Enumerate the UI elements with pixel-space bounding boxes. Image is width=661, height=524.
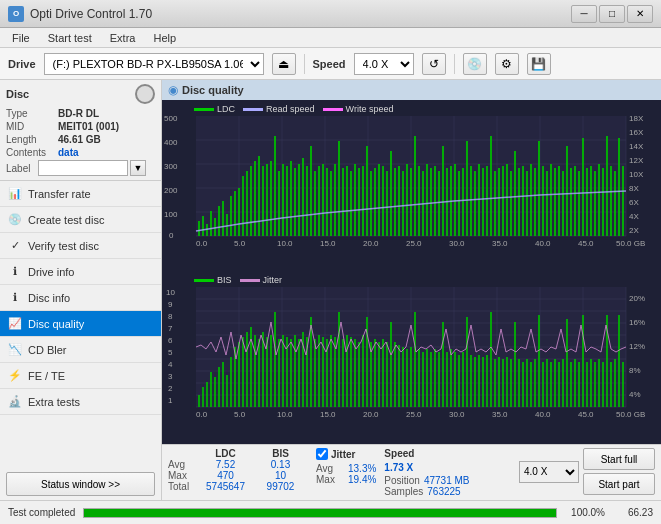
svg-rect-278 bbox=[622, 362, 624, 407]
svg-text:5.0: 5.0 bbox=[234, 410, 246, 417]
svg-rect-40 bbox=[290, 161, 292, 236]
svg-rect-36 bbox=[274, 136, 276, 236]
speed-section: Speed 1.73 X Position 47731 MB Samples 7… bbox=[384, 448, 469, 497]
disc-label-input[interactable] bbox=[38, 160, 128, 176]
svg-text:6: 6 bbox=[168, 336, 173, 345]
total-ldc: 5745647 bbox=[198, 481, 253, 492]
svg-rect-115 bbox=[590, 166, 592, 236]
svg-rect-82 bbox=[458, 171, 460, 236]
sidebar-item-drive-info[interactable]: ℹ Drive info bbox=[0, 259, 161, 285]
drive-info-icon: ℹ bbox=[8, 265, 22, 279]
svg-rect-245 bbox=[490, 312, 492, 407]
refresh-button[interactable]: ↺ bbox=[422, 53, 446, 75]
sidebar-item-cd-bler[interactable]: 📉 CD Bler bbox=[0, 337, 161, 363]
legend-jitter-color bbox=[240, 279, 260, 282]
sidebar-item-create-test-disc[interactable]: 💿 Create test disc bbox=[0, 207, 161, 233]
svg-text:5: 5 bbox=[168, 348, 173, 357]
maximize-button[interactable]: □ bbox=[599, 5, 625, 23]
stats-avg-row: Avg 7.52 0.13 bbox=[168, 459, 308, 470]
svg-rect-75 bbox=[430, 168, 432, 236]
total-label: Total bbox=[168, 481, 198, 492]
svg-text:10.0: 10.0 bbox=[277, 410, 293, 417]
sidebar-item-transfer-rate[interactable]: 📊 Transfer rate bbox=[0, 181, 161, 207]
svg-rect-208 bbox=[342, 339, 344, 407]
sidebar-item-extra-tests[interactable]: 🔬 Extra tests bbox=[0, 389, 161, 415]
svg-rect-244 bbox=[486, 355, 488, 407]
position-label: Position bbox=[384, 475, 420, 486]
svg-rect-262 bbox=[558, 362, 560, 407]
legend-write-speed: Write speed bbox=[323, 104, 394, 114]
create-test-icon: 💿 bbox=[8, 213, 22, 227]
svg-rect-94 bbox=[506, 164, 508, 236]
save-button[interactable]: 💾 bbox=[527, 53, 551, 75]
svg-rect-195 bbox=[290, 339, 292, 407]
svg-rect-95 bbox=[510, 171, 512, 236]
menu-file[interactable]: File bbox=[4, 30, 38, 46]
disc-label-button[interactable]: ▼ bbox=[130, 160, 146, 176]
svg-rect-197 bbox=[298, 339, 300, 407]
start-full-button[interactable]: Start full bbox=[583, 448, 655, 470]
svg-rect-246 bbox=[494, 359, 496, 407]
svg-rect-110 bbox=[570, 168, 572, 236]
eject-button[interactable]: ⏏ bbox=[272, 53, 296, 75]
svg-rect-102 bbox=[538, 141, 540, 236]
svg-rect-108 bbox=[562, 171, 564, 236]
svg-rect-213 bbox=[362, 335, 364, 407]
close-button[interactable]: ✕ bbox=[627, 5, 653, 23]
speed-select[interactable]: 4.0 X bbox=[354, 53, 414, 75]
speed-select-stats[interactable]: 4.0 X bbox=[519, 461, 579, 483]
sidebar-item-fe-te[interactable]: ⚡ FE / TE bbox=[0, 363, 161, 389]
menu-extra[interactable]: Extra bbox=[102, 30, 144, 46]
drive-select[interactable]: (F:) PLEXTOR BD-R PX-LB950SA 1.06 bbox=[44, 53, 264, 75]
legend-ldc-color bbox=[194, 108, 214, 111]
start-part-button[interactable]: Start part bbox=[583, 473, 655, 495]
sidebar-item-disc-info[interactable]: ℹ Disc info bbox=[0, 285, 161, 311]
svg-rect-109 bbox=[566, 146, 568, 236]
svg-rect-276 bbox=[614, 359, 616, 407]
svg-rect-275 bbox=[610, 362, 612, 407]
svg-rect-258 bbox=[542, 362, 544, 407]
svg-rect-222 bbox=[398, 345, 400, 407]
minimize-button[interactable]: ─ bbox=[571, 5, 597, 23]
svg-rect-237 bbox=[458, 355, 460, 407]
position-value: 47731 MB bbox=[424, 475, 470, 486]
svg-rect-68 bbox=[402, 171, 404, 236]
legend-ldc: LDC bbox=[194, 104, 235, 114]
jitter-max-value: 19.4% bbox=[348, 474, 376, 485]
disc-type-label: Type bbox=[6, 108, 58, 119]
speed-label: Speed bbox=[313, 58, 346, 70]
jitter-checkbox[interactable] bbox=[316, 448, 328, 460]
menu-start-test[interactable]: Start test bbox=[40, 30, 100, 46]
svg-rect-31 bbox=[254, 161, 256, 236]
svg-rect-224 bbox=[406, 349, 408, 407]
sidebar-item-label-verify: Verify test disc bbox=[28, 240, 99, 252]
menu-help[interactable]: Help bbox=[145, 30, 184, 46]
svg-rect-123 bbox=[622, 166, 624, 236]
settings-button[interactable]: ⚙ bbox=[495, 53, 519, 75]
status-window-button[interactable]: Status window >> bbox=[6, 472, 155, 496]
disc-length-row: Length 46.61 GB bbox=[6, 134, 155, 145]
svg-rect-99 bbox=[526, 171, 528, 236]
svg-rect-268 bbox=[582, 315, 584, 407]
svg-rect-93 bbox=[502, 166, 504, 236]
svg-text:3: 3 bbox=[168, 372, 173, 381]
svg-text:25.0: 25.0 bbox=[406, 239, 422, 246]
svg-rect-261 bbox=[554, 359, 556, 407]
svg-rect-90 bbox=[490, 136, 492, 236]
sidebar-item-label-extra-tests: Extra tests bbox=[28, 396, 80, 408]
sidebar-item-disc-quality[interactable]: 📈 Disc quality bbox=[0, 311, 161, 337]
svg-rect-67 bbox=[398, 166, 400, 236]
svg-rect-207 bbox=[338, 312, 340, 407]
svg-rect-249 bbox=[506, 357, 508, 407]
sidebar-item-verify-test-disc[interactable]: ✓ Verify test disc bbox=[0, 233, 161, 259]
svg-rect-193 bbox=[282, 335, 284, 407]
disc-button[interactable]: 💿 bbox=[463, 53, 487, 75]
svg-rect-37 bbox=[278, 171, 280, 236]
svg-text:12%: 12% bbox=[629, 342, 645, 351]
extra-tests-icon: 🔬 bbox=[8, 395, 22, 409]
svg-rect-72 bbox=[418, 166, 420, 236]
svg-rect-187 bbox=[258, 339, 260, 407]
svg-rect-83 bbox=[462, 168, 464, 236]
svg-rect-178 bbox=[222, 362, 224, 407]
svg-rect-266 bbox=[574, 359, 576, 407]
